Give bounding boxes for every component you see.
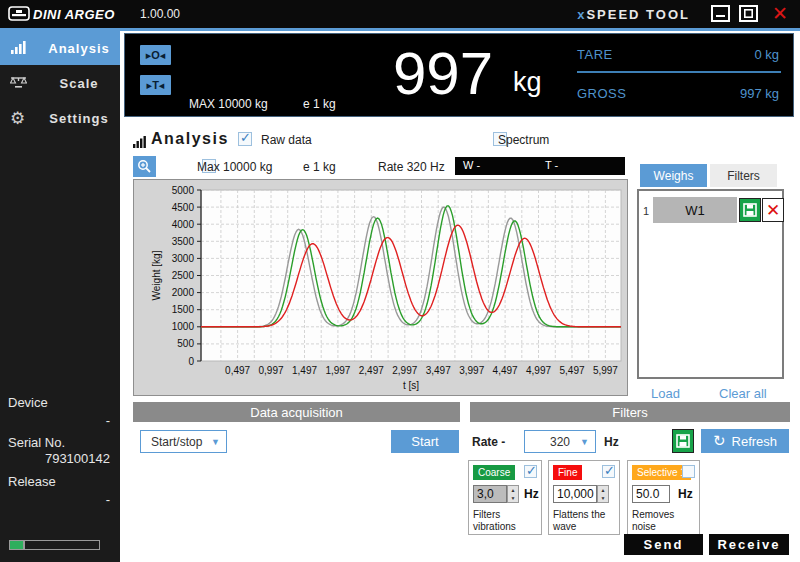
- magnifier-icon: [137, 159, 152, 174]
- svg-text:Weight [kg]: Weight [kg]: [151, 250, 162, 300]
- chevron-down-icon: ▼: [211, 437, 220, 447]
- raw-data-label: Raw data: [261, 133, 312, 147]
- acquisition-mode-dropdown[interactable]: Start/stop▼: [140, 430, 227, 453]
- zoom-tool-button[interactable]: [133, 156, 156, 177]
- svg-text:1000: 1000: [172, 321, 195, 332]
- svg-text:5000: 5000: [172, 185, 195, 196]
- fine-description: Flattens the wave: [553, 509, 619, 532]
- weight-time-chart[interactable]: 0500100015002000250030003500400045005000…: [133, 179, 628, 396]
- chart-max-label: Max 10000 kg: [197, 160, 272, 174]
- tare-button[interactable]: ▸T◂: [140, 75, 171, 95]
- tare-value: 0 kg: [754, 47, 779, 62]
- svg-text:5,997: 5,997: [593, 365, 618, 376]
- row-index: 1: [643, 205, 649, 217]
- sidebar-item-settings[interactable]: ⚙ Settings: [0, 101, 120, 135]
- progress-bar: [24, 540, 100, 550]
- fine-filter-checkbox[interactable]: [602, 465, 615, 478]
- svg-text:4,497: 4,497: [493, 365, 518, 376]
- rate-dropdown[interactable]: 320▼: [524, 430, 596, 453]
- svg-text:2,497: 2,497: [359, 365, 384, 376]
- connection-status-chip: [9, 540, 24, 550]
- selective-value-input[interactable]: 50.0: [632, 485, 670, 503]
- svg-text:2,997: 2,997: [392, 365, 417, 376]
- wt-status-bar: W - T -: [455, 157, 625, 175]
- save-rate-button[interactable]: [672, 429, 694, 453]
- rate-unit-label: Hz: [604, 435, 619, 449]
- start-button[interactable]: Start: [391, 430, 459, 453]
- selective-filter-checkbox[interactable]: [682, 465, 695, 478]
- weight-unit: kg: [513, 67, 542, 98]
- fine-spinner[interactable]: ▲▼: [597, 485, 609, 503]
- svg-text:3,497: 3,497: [426, 365, 451, 376]
- delete-weigh-icon[interactable]: ✕: [762, 198, 784, 222]
- rate-label: Rate -: [472, 435, 505, 449]
- svg-text:0,497: 0,497: [225, 365, 250, 376]
- coarse-unit-label: Hz: [524, 487, 539, 501]
- version-label: 1.00.00: [140, 7, 180, 21]
- sidebar-item-scale[interactable]: Scale: [0, 66, 120, 100]
- save-weigh-button[interactable]: [739, 198, 761, 222]
- svg-text:1,497: 1,497: [292, 365, 317, 376]
- app-title: xSPEED TOOL: [577, 7, 690, 22]
- weighs-list: 1 W1 ✕: [637, 189, 784, 379]
- load-link[interactable]: Load: [651, 386, 680, 401]
- selective-description: Removes noise: [632, 509, 698, 532]
- page-title: Analysis: [151, 130, 229, 148]
- clear-all-link[interactable]: Clear all: [719, 386, 767, 401]
- t-status: T -: [545, 159, 558, 171]
- coarse-filter-checkbox[interactable]: [524, 465, 537, 478]
- data-acquisition-header: Data acquisition: [133, 402, 460, 422]
- gross-value: 997 kg: [740, 86, 779, 101]
- floppy-icon: [743, 203, 757, 217]
- serial-label: Serial No.: [8, 435, 65, 450]
- logo-text: DINI ARGEO: [33, 7, 115, 22]
- svg-text:0,997: 0,997: [258, 365, 283, 376]
- weigh-name[interactable]: W1: [653, 197, 737, 223]
- fine-value-input[interactable]: 10,000: [553, 485, 597, 503]
- tab-filters[interactable]: Filters: [710, 164, 777, 187]
- max-capacity-label: MAX 10000 kg: [189, 97, 268, 111]
- receive-button[interactable]: Receive: [709, 534, 789, 555]
- zero-button[interactable]: ▸O◂: [140, 45, 171, 65]
- sidebar-item-label: Settings: [28, 111, 120, 126]
- refresh-icon: ↻: [713, 432, 726, 450]
- analysis-title-icon: [133, 134, 146, 152]
- coarse-spinner[interactable]: ▲▼: [507, 485, 519, 503]
- coarse-value-input[interactable]: 3,0: [473, 485, 507, 503]
- svg-text:0: 0: [188, 356, 194, 367]
- spectrum-label: Spectrum: [498, 133, 549, 147]
- svg-text:1,997: 1,997: [325, 365, 350, 376]
- refresh-button[interactable]: ↻ Refresh: [701, 429, 789, 453]
- xspeed-tool-window: DINI ARGEO 1.00.00 xSPEED TOOL ✕ Analysi…: [0, 0, 800, 562]
- release-label: Release: [8, 474, 56, 489]
- svg-text:5,497: 5,497: [559, 365, 584, 376]
- svg-text:2500: 2500: [172, 270, 195, 281]
- raw-data-checkbox[interactable]: [238, 132, 252, 146]
- sidebar: Analysis Scale ⚙ Settings Device - Seria…: [0, 31, 120, 562]
- minimize-button[interactable]: [711, 5, 730, 22]
- filter-box-selective: Selective 1 50.0 Hz Removes noise: [627, 460, 700, 535]
- svg-text:4000: 4000: [172, 219, 195, 230]
- selective-unit-label: Hz: [678, 487, 693, 501]
- release-value: -: [106, 492, 110, 507]
- sidebar-item-analysis[interactable]: Analysis: [0, 31, 120, 65]
- tab-weighs[interactable]: Weighs: [640, 164, 707, 187]
- maximize-button[interactable]: [739, 5, 758, 22]
- filter-box-fine: Fine 10,000 ▲▼ Flattens the wave: [548, 460, 620, 535]
- accent-divider: [0, 28, 800, 31]
- spinner-up-icon: ▲: [508, 486, 518, 494]
- filters-header: Filters: [470, 402, 790, 422]
- floppy-icon: [676, 434, 690, 448]
- filter-name-badge: Fine: [553, 465, 582, 480]
- send-button[interactable]: Send: [624, 534, 703, 555]
- sidebar-item-label: Analysis: [28, 41, 120, 56]
- svg-text:4500: 4500: [172, 202, 195, 213]
- sidebar-item-label: Scale: [28, 76, 120, 91]
- chart-rate-label: Rate 320 Hz: [378, 160, 445, 174]
- chevron-down-icon: ▼: [580, 437, 589, 447]
- division-label: e 1 kg: [303, 97, 336, 111]
- bar-chart-icon: [8, 40, 28, 57]
- dini-argeo-logo-icon: [8, 6, 30, 25]
- close-icon[interactable]: ✕: [772, 2, 788, 25]
- spinner-up-icon: ▲: [598, 486, 608, 494]
